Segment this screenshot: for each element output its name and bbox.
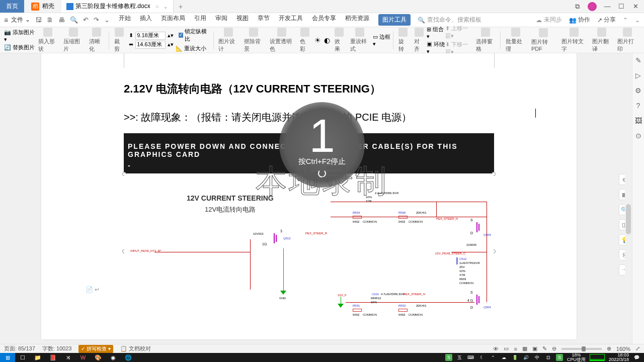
collab-button[interactable]: 👥协作: [569, 16, 590, 24]
tab-section[interactable]: 章节: [258, 14, 270, 26]
sharpen-button[interactable]: 清晰化: [86, 27, 107, 54]
pic2pdf-button[interactable]: 图片转PDF: [528, 27, 558, 53]
wordcount-indicator[interactable]: 字数: 10023: [42, 345, 72, 352]
add-picture-button[interactable]: 📷 添加图片 ▾: [4, 29, 35, 43]
moon-icon[interactable]: ☾: [478, 354, 486, 361]
undo-icon[interactable]: ↶: [83, 16, 89, 24]
sidebar-help-icon[interactable]: ?: [634, 102, 642, 110]
tab-home[interactable]: 首页: [0, 0, 24, 13]
redo-icon[interactable]: ↷: [94, 16, 99, 24]
lock-ratio-checkbox[interactable]: 锁定纵横比: [179, 28, 208, 43]
start-button[interactable]: ⊞: [0, 353, 15, 362]
zoom-level[interactable]: 160%: [616, 346, 630, 352]
notifications-icon[interactable]: 💬: [633, 354, 640, 361]
up-layer-button[interactable]: ⬆ 上移一层▾: [445, 25, 473, 40]
spellcheck-badge[interactable]: ✓ 拼写检查 ▾: [78, 345, 113, 353]
tray-expand-icon[interactable]: ⌃: [490, 354, 497, 361]
insert-shape-button[interactable]: 插入形状: [35, 27, 61, 54]
tab-add[interactable]: +: [174, 1, 188, 13]
pic-print-button[interactable]: 图片打印: [614, 27, 640, 54]
hamburger-icon[interactable]: ≡: [4, 16, 8, 24]
preview-icon[interactable]: 🔍: [70, 16, 78, 24]
remove-bg-button[interactable]: 抠除背景: [241, 27, 267, 54]
volume-icon[interactable]: 🔊: [523, 354, 530, 361]
wrap-button[interactable]: ▣ 环绕▾: [427, 41, 445, 55]
height-input[interactable]: [135, 32, 166, 40]
align-button[interactable]: 对齐: [411, 27, 427, 54]
zoom-fit-icon[interactable]: ⤢: [635, 345, 640, 352]
doc-dropdown-icon[interactable]: ⌄: [163, 3, 168, 10]
contrast-icon[interactable]: ◐: [324, 36, 330, 44]
explorer-icon[interactable]: 📁: [30, 353, 45, 362]
save-icon[interactable]: 🖫: [35, 16, 42, 24]
sync-status[interactable]: ☁未同步: [536, 16, 562, 24]
maximize-button[interactable]: ☐: [618, 3, 625, 10]
rotate-button[interactable]: 旋转: [395, 27, 411, 54]
width-input[interactable]: [135, 41, 166, 49]
window-multi-icon[interactable]: ⧉: [574, 3, 581, 10]
proofread-button[interactable]: 📋 文档校对: [120, 345, 151, 352]
tab-docao-res[interactable]: 稻壳资源: [345, 14, 369, 26]
tab-insert[interactable]: 插入: [140, 14, 152, 26]
reset-style-button[interactable]: 重设样式: [347, 27, 373, 54]
group-button[interactable]: ⊞ 组合▾: [427, 26, 445, 40]
tab-docao-label[interactable]: 稻壳: [42, 2, 54, 11]
tab-start[interactable]: 开始: [119, 14, 131, 26]
connect-icon[interactable]: ⊡: [545, 354, 552, 361]
compress-button[interactable]: 压缩图片: [60, 27, 86, 54]
user-avatar[interactable]: [588, 2, 597, 11]
ime-lang-label[interactable]: 中: [534, 354, 541, 361]
wps-app-icon[interactable]: W: [75, 353, 91, 362]
tab-view[interactable]: 视图: [236, 14, 249, 26]
sidebar-pencil-icon[interactable]: ✎: [634, 56, 642, 64]
view-read-icon[interactable]: 👁: [493, 346, 499, 352]
tab-review[interactable]: 审阅: [215, 14, 227, 26]
document-area[interactable]: 2.12V 电流转向电路（12V CURRENT STEERING） >>: 故…: [0, 53, 632, 344]
share-button[interactable]: ↗分享: [597, 16, 616, 24]
paint-app-icon[interactable]: 🎨: [91, 353, 106, 362]
print-icon[interactable]: 🖶: [58, 16, 65, 24]
ribbon-more-icon[interactable]: ⌄: [635, 17, 640, 24]
saveas-icon[interactable]: 🗎: [47, 16, 53, 24]
zoom-slider[interactable]: [561, 348, 602, 350]
tab-document[interactable]: 第三阶段显卡维修教程.docx ○ ⌄: [61, 0, 174, 13]
pdf-app-icon[interactable]: 📕: [45, 353, 60, 362]
view-outline-icon[interactable]: ≡: [514, 346, 517, 352]
tab-member[interactable]: 会员专享: [312, 14, 336, 26]
battery-icon[interactable]: 🔋: [512, 354, 519, 361]
brightness-icon[interactable]: ☀: [314, 36, 321, 44]
vertical-scrollbar[interactable]: [625, 53, 632, 335]
tab-page-layout[interactable]: 页面布局: [161, 14, 185, 26]
pic-design-button[interactable]: 图片设计: [215, 27, 241, 54]
transparency-button[interactable]: 设置透明色: [267, 27, 297, 54]
sidebar-image-icon[interactable]: 🖼: [634, 117, 642, 125]
chrome-icon[interactable]: 🌐: [121, 353, 136, 362]
tab-docao-icon[interactable]: 稻: [31, 3, 39, 11]
view-web-icon[interactable]: ▦: [522, 345, 527, 352]
page-indicator[interactable]: 页面: 85/137: [4, 345, 35, 352]
view-page-icon[interactable]: ▭: [504, 345, 509, 352]
cloud-tray-icon[interactable]: ☁: [501, 354, 508, 361]
scrollbar-thumb[interactable]: [626, 204, 631, 234]
keyboard-icon[interactable]: ⌨: [467, 354, 474, 361]
view-focus-icon[interactable]: ▣: [532, 345, 537, 352]
bios-error-image[interactable]: PLEASE POWER DOWN AND CONNECT THE PCIe P…: [124, 133, 494, 173]
pic2text-button[interactable]: 图片转文字: [558, 27, 589, 54]
shuffle-app-icon[interactable]: ⤨: [60, 353, 75, 362]
replace-picture-button[interactable]: 🔄 替换图片: [4, 44, 35, 51]
sogou-ime-icon[interactable]: S: [445, 354, 452, 361]
file-menu[interactable]: 文件 ⌄: [11, 16, 30, 24]
view-edit-icon[interactable]: ✎: [542, 345, 547, 352]
close-button[interactable]: ✕: [632, 3, 639, 10]
taskview-button[interactable]: ☐: [15, 353, 30, 362]
border-button[interactable]: ▭ 边框▾: [373, 33, 391, 47]
search-box[interactable]: 🔍 查找命令、搜索模板: [418, 16, 481, 24]
tab-devtools[interactable]: 开发工具: [279, 14, 303, 26]
minimize-button[interactable]: —: [604, 3, 611, 10]
batch-button[interactable]: 批量处理: [503, 27, 528, 54]
schematic-image-selected[interactable]: 12V CURRENT STEERING 12V电流转向电路 INPUT_PEX…: [124, 173, 494, 329]
pic-translate-button[interactable]: 图片翻译: [589, 27, 615, 54]
qat-dropdown-icon[interactable]: ⌄: [104, 16, 110, 24]
recolor-button[interactable]: 色彩: [297, 27, 312, 54]
crop-button[interactable]: 裁剪: [111, 27, 127, 54]
